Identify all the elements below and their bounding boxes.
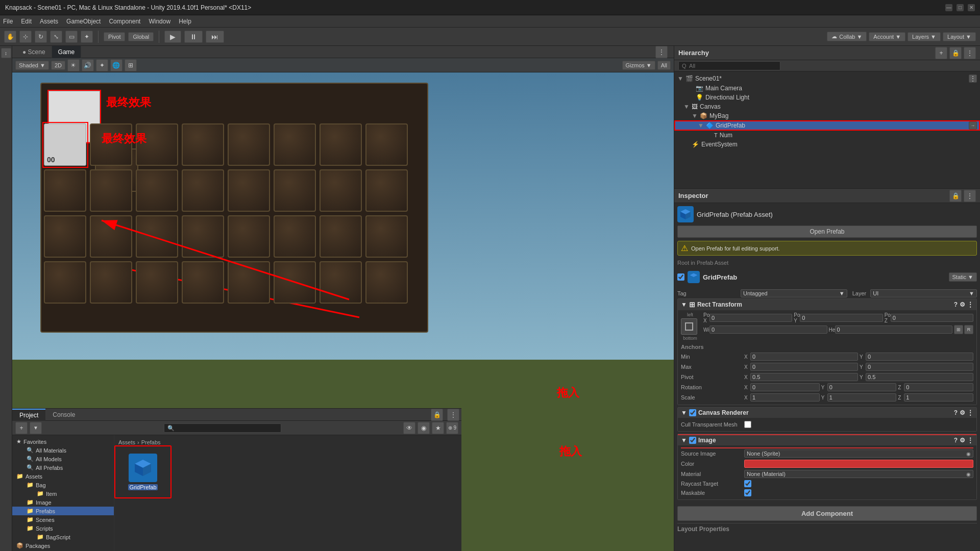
grid-cell-23[interactable] <box>365 215 408 258</box>
inspector-lock-btn[interactable]: 🔒 <box>949 190 962 202</box>
game-tab[interactable]: Game <box>52 46 82 58</box>
menu-help[interactable]: Help <box>179 18 191 25</box>
down-arrow-btn[interactable]: ▼ <box>30 422 42 434</box>
grid-cell-10[interactable] <box>136 169 178 212</box>
static-button[interactable]: Static ▼ <box>949 272 977 282</box>
scene-view[interactable]: 00 最终效果 <box>12 72 674 551</box>
raycast-checkbox[interactable] <box>744 480 751 487</box>
light-icon[interactable]: ☀ <box>67 59 80 71</box>
assets-header[interactable]: 📁 Assets <box>12 472 114 481</box>
img-enabled[interactable] <box>689 437 696 444</box>
grid-cell-17[interactable] <box>90 215 132 258</box>
rot-z[interactable]: 0 <box>904 383 973 391</box>
scale-tool[interactable]: ⤡ <box>50 31 62 43</box>
bagscript-folder[interactable]: 📁 BagScript <box>12 533 114 541</box>
grid-cell-11[interactable] <box>182 169 224 212</box>
scale-x[interactable]: 1 <box>750 393 820 402</box>
pos-z-val[interactable]: 0 <box>891 314 973 322</box>
menu-file[interactable]: File <box>3 18 13 25</box>
scene-tab[interactable]: ● Scene <box>16 46 52 58</box>
inspector-more-btn[interactable]: ⋮ <box>964 190 976 202</box>
rt-btn2[interactable]: R <box>964 325 973 334</box>
image-header[interactable]: ▼ Image ? ⚙ ⋮ <box>678 434 976 445</box>
rotate-tool[interactable]: ↻ <box>35 31 47 43</box>
hand-tool[interactable]: ✋ <box>4 31 16 43</box>
maximize-button[interactable]: □ <box>957 4 964 11</box>
scene-more-btn[interactable]: ⋮ <box>655 46 668 58</box>
console-tab[interactable]: Console <box>45 409 82 421</box>
breadcrumb-assets[interactable]: Assets <box>118 439 135 445</box>
grid-cell-31[interactable] <box>365 261 408 304</box>
project-tab[interactable]: Project <box>12 409 45 421</box>
skybox-icon[interactable]: 🌐 <box>110 59 122 71</box>
grid-cell-19[interactable] <box>182 215 224 258</box>
menu-edit[interactable]: Edit <box>21 18 32 25</box>
pivot-x-val[interactable]: 0.5 <box>750 373 858 381</box>
grid-cell-30[interactable] <box>320 261 362 304</box>
hierarchy-add-btn[interactable]: + <box>935 47 947 59</box>
grid-cell-6[interactable] <box>320 123 362 166</box>
scripts-folder[interactable]: 📁 Scripts <box>12 524 114 533</box>
breadcrumb-prefabs[interactable]: Prefabs <box>141 439 161 445</box>
search-input[interactable] <box>164 423 282 433</box>
scene-root[interactable]: ▼ 🎬 Scene01* ⋮ <box>674 73 980 84</box>
star-icon[interactable]: ★ <box>432 422 444 434</box>
gridprefab-item[interactable]: ▼ 🔷 GridPrefab → <box>674 120 980 131</box>
rot-x[interactable]: 0 <box>750 383 820 391</box>
color-swatch[interactable] <box>744 460 973 468</box>
grid-cell-27[interactable] <box>182 261 224 304</box>
pos-x-val[interactable]: 0 <box>709 314 792 322</box>
mybag-item[interactable]: ▼ 📦 MyBag <box>674 111 980 120</box>
cr-dots-icon[interactable]: ⋮ <box>967 409 973 416</box>
layer-dropdown[interactable]: UI ▼ <box>870 289 977 297</box>
menu-gameobject[interactable]: GameObject <box>66 18 101 25</box>
eventsystem-item[interactable]: ⚡ EventSystem <box>674 140 980 149</box>
maskable-checkbox[interactable] <box>744 489 751 496</box>
hierarchy-search-input[interactable] <box>678 61 780 70</box>
canvas-item[interactable]: ▼ 🖼 Canvas <box>674 102 980 111</box>
grid-cell-29[interactable] <box>274 261 316 304</box>
pos-y-val[interactable]: 0 <box>800 314 883 322</box>
more-icon[interactable]: ⋮ <box>447 409 459 421</box>
grid-cell-7[interactable] <box>365 123 408 166</box>
source-image-field[interactable]: None (Sprite) ◉ <box>744 449 973 458</box>
rot-y[interactable]: 0 <box>827 383 897 391</box>
grid-cell-8[interactable] <box>44 169 86 212</box>
material-field[interactable]: None (Material) ◉ <box>744 470 973 478</box>
layers-button[interactable]: Layers ▼ <box>908 32 941 41</box>
grid-cell-28[interactable] <box>228 261 270 304</box>
menu-component[interactable]: Component <box>109 18 140 25</box>
hierarchy-more-btn[interactable]: ⋮ <box>964 47 976 59</box>
move-tool[interactable]: ⊹ <box>19 31 32 43</box>
grid-cell-3[interactable] <box>182 123 224 166</box>
all-prefabs-item[interactable]: 🔍 All Prefabs <box>12 463 114 472</box>
layout-button[interactable]: Layout ▼ <box>943 32 976 41</box>
window-controls[interactable]: — □ ✕ <box>945 4 975 11</box>
img-help-icon[interactable]: ? <box>954 437 958 444</box>
grid-cell-4[interactable] <box>228 123 270 166</box>
filter-icon[interactable]: ◉ <box>418 422 430 434</box>
prefabs-folder[interactable]: 📁 Prefabs <box>12 507 114 515</box>
pivot-button[interactable]: Pivot <box>104 32 125 41</box>
img-settings-icon[interactable]: ⚙ <box>960 437 965 444</box>
menu-assets[interactable]: Assets <box>40 18 58 25</box>
item-folder[interactable]: 📁 Item <box>12 489 114 498</box>
gameobj-active-checkbox[interactable] <box>677 273 684 281</box>
rect-tool[interactable]: ▭ <box>65 31 78 43</box>
grid-cell-16[interactable] <box>44 215 86 258</box>
tag-dropdown[interactable]: Untagged ▼ <box>741 289 847 297</box>
gridprefab-arrow-btn[interactable]: → <box>969 121 977 130</box>
scenes-folder[interactable]: 📁 Scenes <box>12 515 114 524</box>
width-val[interactable]: 0 <box>709 325 827 334</box>
minimize-button[interactable]: — <box>945 4 952 11</box>
zoom-icon[interactable]: ⊕ 9 <box>446 422 458 434</box>
account-button[interactable]: Account ▼ <box>869 32 905 41</box>
height-val[interactable]: 0 <box>835 325 953 334</box>
grid-cell-12[interactable] <box>228 169 270 212</box>
img-dots-icon[interactable]: ⋮ <box>967 437 973 444</box>
scale-z[interactable]: 1 <box>904 393 973 402</box>
min-x-val[interactable]: 0 <box>750 353 858 361</box>
circle-select2-icon[interactable]: ◉ <box>966 471 971 477</box>
main-camera-item[interactable]: 📷 Main Camera <box>674 84 980 93</box>
rt-btn1[interactable]: ⊞ <box>954 325 963 334</box>
